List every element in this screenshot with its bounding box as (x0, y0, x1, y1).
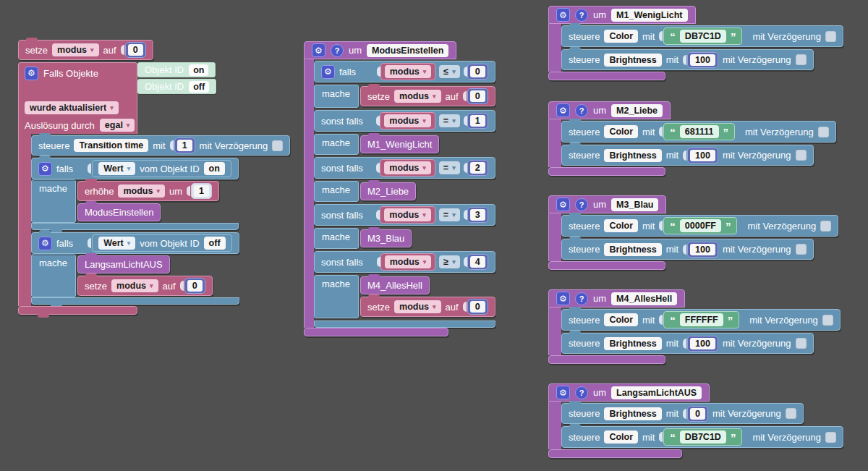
gear-icon[interactable]: ⚙ (556, 8, 570, 22)
number-block[interactable]: 0 (184, 278, 205, 294)
steuere-color-block[interactable]: steuere Color mit “ DB7C1D ” mit Verzöge… (561, 25, 843, 47)
function-header[interactable]: ⚙ ? um LangsamLichtAUS (548, 383, 710, 402)
oid-field[interactable]: Color (604, 125, 638, 138)
function-block-moduseinstellen[interactable]: ⚙ ? um ModusEinstellen ⚙ falls modus▾ ≤▾… (304, 41, 495, 336)
oid-field[interactable]: Brightness (604, 149, 661, 162)
operator-dropdown[interactable]: =▾ (439, 161, 460, 174)
wert-dropdown[interactable]: Wert▾ (98, 237, 135, 250)
delay-checkbox[interactable] (820, 221, 831, 232)
set-modus-block[interactable]: setze modus▾ auf 0 (18, 40, 153, 60)
number-field[interactable]: 0 (470, 66, 485, 77)
number-block[interactable]: 100 (687, 336, 718, 352)
delay-checkbox[interactable] (818, 127, 829, 137)
delay-checkbox[interactable] (796, 150, 807, 161)
modus-dropdown[interactable]: modus▾ (394, 300, 441, 313)
steuere-brightness-block[interactable]: steuere Brightness mit 100 mit Verzögeru… (561, 145, 814, 166)
call-block[interactable]: M2_Liebe (360, 182, 416, 200)
steuere-color-block[interactable]: steuere Color mit “ 0000FF ” mit Verzöge… (561, 215, 838, 237)
color-value-field[interactable]: DB7C1D (680, 430, 726, 444)
sonst-falls-row[interactable]: sonst falls modus▾ =▾ 3 (314, 204, 495, 226)
objekt-value-field[interactable]: off (204, 237, 226, 250)
number-block[interactable]: 4 (467, 254, 488, 270)
sonst-falls-row[interactable]: sonst falls modus▾ =▾ 2 (314, 157, 495, 179)
delay-checkbox[interactable] (822, 315, 833, 326)
oid-field[interactable]: Brightness (604, 407, 661, 420)
function-name-field[interactable]: M3_Blau (611, 198, 658, 211)
number-block[interactable]: 100 (687, 242, 718, 258)
objekt-id-block-off[interactable]: Objekt ID off (137, 79, 216, 94)
gear-icon[interactable]: ⚙ (556, 103, 570, 117)
function-header[interactable]: ⚙ ? um M3_Blau (548, 195, 666, 213)
string-block[interactable]: “ 681111 ” (663, 123, 735, 140)
wert-dropdown[interactable]: Wert▾ (98, 162, 135, 175)
function-block-m2[interactable]: ⚙ ? um M2_Liebe steuere Color mit “ 6811… (548, 101, 836, 176)
modus-dropdown[interactable]: modus▾ (52, 43, 99, 56)
modus-variable-block[interactable]: modus▾ (380, 159, 435, 177)
gear-icon[interactable]: ⚙ (38, 162, 52, 176)
call-block[interactable]: M1_WenigLicht (360, 135, 439, 153)
delay-checkbox[interactable] (786, 408, 796, 419)
set-modus-block[interactable]: setze modus▾ auf 0 (360, 297, 495, 317)
steuere-transition-block[interactable]: steuere Transition time mit 1 mit Verzög… (31, 135, 290, 156)
wert-value-block[interactable]: Wert▾ vom Objekt ID on (92, 160, 231, 177)
objekt-value-field[interactable]: on (204, 162, 225, 175)
sonst-falls-row[interactable]: sonst falls modus▾ =▾ 1 (314, 110, 495, 132)
falls-objekte-block[interactable]: ⚙ Falls Objekte wurde aktualisiert▾ Ausl… (18, 62, 290, 315)
modus-dropdown[interactable]: modus▾ (111, 279, 158, 292)
trigger-mode-dropdown[interactable]: wurde aktualisiert▾ (25, 101, 119, 114)
oid-field[interactable]: Color (604, 430, 638, 444)
gear-icon[interactable]: ⚙ (556, 386, 570, 399)
if-block-off[interactable]: ⚙ falls Wert▾ vom Objekt ID off mache (31, 232, 239, 305)
modus-variable-block[interactable]: modus▾ (380, 253, 436, 271)
number-field[interactable]: 1 (470, 115, 485, 127)
set-modus-block[interactable]: setze modus▾ auf 0 (77, 276, 213, 296)
steuere-color-block[interactable]: steuere Color mit “ 681111 ” mit Verzöge… (561, 121, 836, 143)
modus-dropdown[interactable]: modus▾ (384, 161, 431, 174)
number-field[interactable]: 0 (187, 280, 203, 292)
function-header[interactable]: ⚙ ? um M2_Liebe (548, 101, 671, 119)
function-name-field[interactable]: ModusEinstellen (367, 44, 448, 57)
number-block[interactable]: 0 (467, 64, 488, 80)
modus-dropdown[interactable]: modus▾ (385, 65, 432, 78)
function-name-field[interactable]: M2_Liebe (611, 104, 663, 117)
objekt-id-block-on[interactable]: Objekt ID on (137, 62, 216, 77)
color-value-field[interactable]: FFFFFF (680, 313, 723, 326)
string-block[interactable]: “ DB7C1D ” (663, 27, 742, 45)
falls-row[interactable]: ⚙ falls modus▾ ≤▾ 0 (314, 61, 495, 82)
egal-dropdown[interactable]: egal▾ (100, 119, 135, 132)
trigger-group[interactable]: setze modus▾ auf 0 ⚙ Falls Objekte wurde… (18, 40, 290, 315)
number-field[interactable]: 0 (470, 301, 485, 313)
falls-row[interactable]: ⚙ falls Wert▾ vom Objekt ID on (31, 158, 239, 179)
number-block[interactable]: 1 (174, 137, 195, 153)
blockly-canvas[interactable]: { "colors":{"canvas":"#505050","trigger_… (0, 0, 868, 471)
call-langsamlichtaus-block[interactable]: LangsamLichtAUS (77, 255, 170, 273)
modus-variable-block[interactable]: modus▾ (380, 63, 436, 80)
number-field[interactable]: 2 (470, 162, 485, 174)
number-field[interactable]: 0 (690, 408, 705, 420)
trigger-header[interactable]: ⚙ Falls Objekte wurde aktualisiert▾ Ausl… (18, 62, 137, 134)
number-block[interactable]: 0 (467, 299, 488, 315)
oid-field[interactable]: Color (604, 219, 638, 232)
string-block[interactable]: “ 0000FF ” (663, 217, 737, 234)
number-block[interactable]: 0 (467, 88, 488, 104)
steuere-color-block[interactable]: steuere Color mit “ DB7C1D ” mit Verzöge… (561, 426, 843, 448)
call-modusEinstellen-block[interactable]: ModusEinstellen (77, 203, 161, 221)
modus-dropdown[interactable]: modus▾ (384, 114, 431, 127)
help-icon[interactable]: ? (575, 198, 588, 211)
color-value-field[interactable]: DB7C1D (680, 30, 726, 43)
modus-dropdown[interactable]: modus▾ (384, 208, 431, 221)
gear-icon[interactable]: ⚙ (25, 67, 38, 80)
color-value-field[interactable]: 0000FF (680, 219, 721, 232)
number-block[interactable]: 0 (687, 406, 708, 422)
help-icon[interactable]: ? (331, 44, 344, 57)
oid-field[interactable]: Brightness (604, 337, 661, 350)
operator-dropdown[interactable]: ≥▾ (439, 255, 459, 268)
number-field[interactable]: 0 (128, 44, 143, 56)
number-field[interactable]: 100 (690, 244, 715, 255)
modus-variable-block[interactable]: modus▾ (380, 112, 435, 130)
objekt-id-field[interactable]: on (189, 64, 208, 76)
help-icon[interactable]: ? (575, 104, 588, 117)
delay-checkbox[interactable] (796, 338, 807, 349)
oid-field[interactable]: Color (604, 30, 638, 43)
if-else-block[interactable]: ⚙ falls modus▾ ≤▾ 0 mache setze modus▾ (314, 59, 495, 328)
